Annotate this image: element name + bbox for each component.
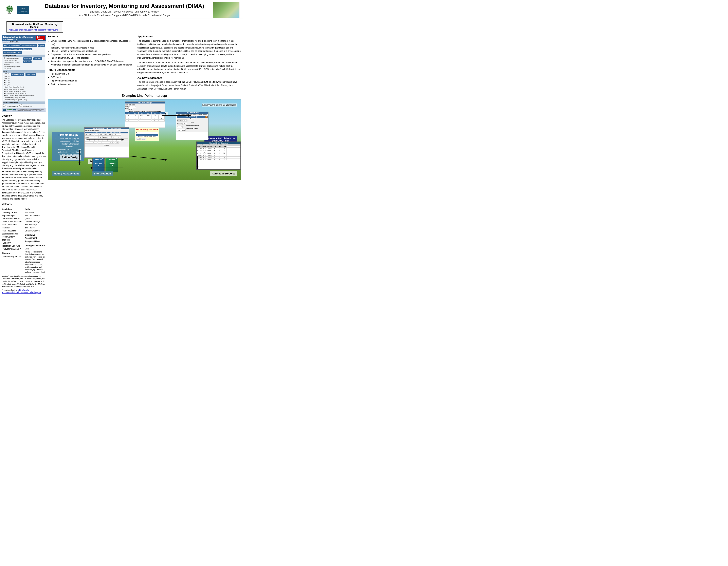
excel-cell: 10/5/09 [207,151,212,153]
header: USDA United States Department of Agricul… [0,0,243,19]
methods-vegetation-col: Vegetation Dry Weight Rank Gap Intercept… [2,207,23,274]
lpi-popup-input[interactable] [136,132,158,134]
dima-support-btn[interactable]: Support Tables [8,44,20,47]
excel-toolbar: File Edit View Insert Format Tools Data … [197,144,240,146]
lpi-popup-item: Bouteloua eriopoda / black grama [136,136,158,138]
diagram-area: Flexible Design One-Time Sampling for As… [48,99,241,180]
excel-cell: 8 [222,149,227,151]
data-quick-view-label: Data Quick View [3,55,45,57]
qualitative-list: Rangeland Health [25,240,46,243]
new-site-btn[interactable]: New Site [23,57,32,60]
english-metric-note: English/metric options for all methods [202,104,237,107]
lpi-right-header: Line-Point Intercept ✓ [177,116,208,118]
vol1-label: MonitoringManualVolumeI [94,157,103,167]
win-cell [94,139,98,141]
excel-data[interactable]: Data [217,144,220,146]
enter-edit-data-btn[interactable]: Enter/Edit Data [11,73,24,76]
footnote-text: *Methods described in the Monitoring Man… [2,275,46,288]
win-cell [102,142,106,144]
list-item: Line-Point Intercept* [2,217,23,220]
data-label: Data [3,70,45,73]
excel-data-row: GranMo 00_01 10/5/09 2 3 9 [197,159,240,160]
win-cell: S: 3 [177,129,181,131]
excel-cell: GranMo [197,148,202,149]
dima-help-btn[interactable]: Help [3,44,8,47]
interpretation-label: Interpretation [92,171,113,176]
excel-format[interactable]: Format [209,144,213,146]
win-section: Data | Computations/Notes | Computations… [125,111,165,112]
quick-menu-item[interactable]: File to Go [85,130,91,131]
excel-cell: 1 [212,148,217,149]
win-data-cell: 2 [125,117,132,119]
dima-docs-btn[interactable]: View Documents [18,48,32,50]
data-status-btn[interactable]: Data Status [25,73,36,76]
quick-menu-item[interactable]: Close [95,130,99,131]
excel-col-header: Line [213,146,218,147]
list-item: Dry Weight Rank [2,211,23,214]
win-cell: S [112,136,116,138]
win-menu-item[interactable]: File [125,104,128,106]
dima-exit-btn[interactable]: Exit Access [36,36,45,40]
list-item: Penetrometer)* [25,220,46,223]
excel-edit[interactable]: Edit [200,144,202,146]
quick-menu-item[interactable]: Help [91,130,95,131]
win-cell: BOER [108,134,113,136]
win-cell: %: 4 [183,123,187,125]
example-title: Example: Line-Point Intercept [48,94,241,98]
riparian-list: Channel/Gully Profile* [2,255,23,258]
list-item: Transect* [2,226,23,229]
win-cell: SPCO [85,134,90,136]
excel-cell: GranMo [197,157,202,158]
previous-btn[interactable]: Previous [104,144,109,146]
feature-item: Automated plant species list downloads f… [51,60,134,63]
features-section: Features Simple interface (a MS Access d… [48,35,134,92]
touch-radio[interactable] [19,104,22,107]
main-layout: Database for Inventory, Monitoring and A… [0,35,243,293]
riparian-title: Riparian [2,252,23,255]
future-title: Future Enhancements [48,68,134,71]
win-cell: GR [113,134,117,136]
excel-file[interactable]: File [197,144,199,146]
feature-item: Drop-down choice lists increase data ent… [51,53,134,56]
dima-admin-btn[interactable]: Administrative Functions [3,51,22,54]
win-cell [94,136,98,138]
win-menu-item[interactable]: Edit [129,104,131,106]
excel-cell: 2 [217,157,222,158]
excel-cell: 00_01 [202,157,207,158]
win-menu-item[interactable]: Help [132,104,135,106]
svg-text:Department of: Department of [7,10,12,11]
dima-site-desc-btn[interactable]: Site/Plot Description [21,44,37,47]
dima-reports-btn[interactable]: Reports [38,44,45,47]
future-enhancements-section: Future Enhancements Integration with GIS… [48,68,134,86]
feature-item: Tablet PC (touchscreen) and keyboard mod… [51,46,134,50]
list-item: Channel/Gully Profile* [2,255,23,258]
applications-section: Applications The database is currently u… [137,35,241,92]
edit-site-btn[interactable]: Edit Site [23,60,32,63]
lpi-popup-title: PSGL3 Scientific/Common Name ✕ [136,129,158,132]
vol2-label: MonitoringManualVolumeII [108,157,117,167]
excel-view[interactable]: View [202,144,205,146]
new-plot-btn[interactable]: New Plot [33,57,42,60]
excel-cell: GranMo [197,153,202,155]
refine-design-label: Refine Design [60,155,81,160]
excel-window[interactable]: Window [220,144,225,146]
list-item: Plant Density/Belt [2,223,23,226]
lpi-ok-btn[interactable]: OK [136,138,140,140]
excel-cell: 00_01 [202,148,207,149]
usgs-small-logo-icon: USGS [13,109,16,111]
win-header-cell: Chk [158,112,165,114]
lpi-cancel-btn[interactable]: Cancel [141,138,146,140]
excel-tools[interactable]: Tools [214,144,217,146]
dima-interface-screenshot: Database for Inventory, Monitoring and A… [2,35,46,112]
excel-insert[interactable]: Insert [206,144,209,146]
excel-help[interactable]: Help [225,144,228,146]
dima-photos-btn[interactable]: Enter/View Photos [3,48,18,50]
lpi-window-body: File Edit Help Site: Gran Mound Plot: 00… [125,104,165,122]
free-download-label: Free download site [2,289,19,291]
acknowledgements-title: Acknowledgements [137,76,241,79]
win-data-cell: 1 [125,115,132,117]
applications-para1: The database is currently used by a numb… [137,39,241,60]
download-link[interactable]: http://usda-ars.nmsu.edu/monit_assess/mo… [9,29,58,31]
handheld-radio[interactable] [3,104,5,107]
middle-column: Features Simple interface (a MS Access d… [48,35,241,293]
